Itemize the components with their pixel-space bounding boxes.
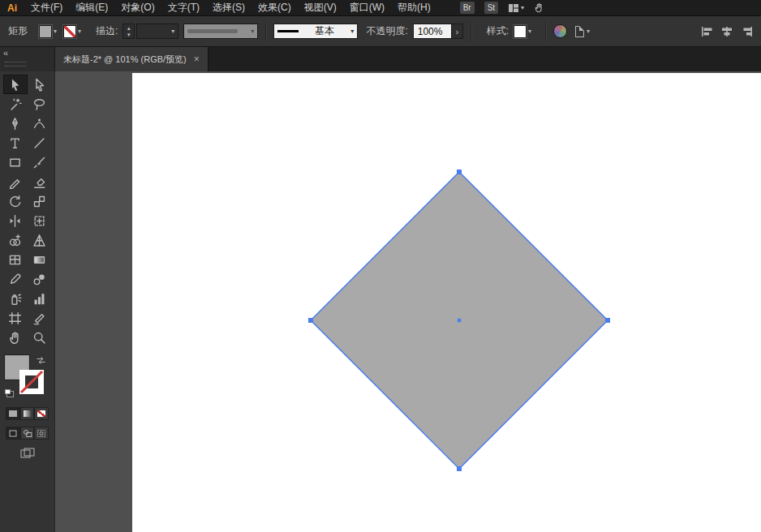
align-center-button[interactable]	[720, 26, 733, 37]
tool-grid	[3, 75, 52, 347]
color-mode-buttons	[6, 407, 49, 420]
default-fill-stroke-icon[interactable]	[5, 389, 11, 394]
curvature-tool-icon	[32, 117, 46, 131]
eyedropper-tool[interactable]	[3, 269, 28, 289]
type-tool-icon	[8, 136, 22, 150]
swap-fill-stroke-icon[interactable]	[36, 356, 46, 365]
stock-button[interactable]: St	[484, 2, 498, 14]
hand-gesture-icon	[534, 2, 544, 13]
fill-stroke-widget	[0, 354, 55, 401]
align-buttons	[701, 26, 755, 37]
anchor-point[interactable]	[457, 169, 462, 174]
type-tool[interactable]	[3, 133, 28, 152]
selection-tool[interactable]	[3, 75, 28, 94]
menu-h[interactable]: 帮助(H)	[391, 0, 437, 15]
gradient-tool[interactable]	[28, 250, 52, 269]
stroke-weight-stepper[interactable]: ▴ ▾	[123, 24, 135, 39]
width-tool[interactable]	[3, 211, 28, 230]
anchor-point[interactable]	[457, 466, 462, 471]
symbol-sprayer-tool[interactable]	[3, 289, 28, 308]
menu-f[interactable]: 文件(F)	[24, 0, 69, 15]
stepper-down-icon[interactable]: ▾	[127, 32, 131, 38]
perspective-grid-tool[interactable]	[28, 230, 52, 250]
arrange-documents-button[interactable]: ▾	[508, 3, 524, 13]
curvature-tool[interactable]	[28, 114, 52, 133]
artboard-tool[interactable]	[3, 308, 28, 328]
paintbrush-tool-icon	[32, 156, 46, 169]
lasso-tool[interactable]	[28, 94, 52, 114]
hand-tool-icon	[8, 331, 22, 345]
rotate-tool[interactable]	[3, 191, 28, 211]
screen-mode-button[interactable]	[20, 448, 35, 458]
stroke-weight-select[interactable]: ▾	[136, 24, 178, 39]
drawing-mode-buttons	[6, 427, 49, 440]
none-button[interactable]	[34, 407, 49, 420]
align-right-button[interactable]	[740, 26, 753, 37]
mesh-tool[interactable]	[3, 250, 28, 269]
style-swatch[interactable]	[514, 25, 527, 38]
stroke-none-swatch[interactable]	[63, 25, 76, 38]
zoom-tool[interactable]	[28, 328, 52, 347]
opacity-expand-button[interactable]: ›	[452, 24, 463, 39]
line-segment-tool[interactable]	[28, 133, 52, 152]
pen-tool-icon	[8, 117, 22, 131]
gradient-button[interactable]	[20, 407, 35, 420]
chevron-down-icon: ▾	[521, 5, 524, 11]
brush-definition-select[interactable]: 基本 ▾	[273, 24, 358, 39]
center-point[interactable]	[458, 319, 461, 322]
paintbrush-tool[interactable]	[28, 152, 52, 172]
slice-tool[interactable]	[28, 308, 52, 328]
menu-s[interactable]: 选择(S)	[206, 0, 252, 15]
fill-control[interactable]: ▾	[39, 25, 57, 38]
menu-e[interactable]: 编辑(E)	[69, 0, 114, 15]
anchor-point[interactable]	[605, 318, 610, 323]
hand-tool[interactable]	[3, 328, 28, 347]
pen-tool[interactable]	[3, 114, 28, 133]
document-setup-button[interactable]: ▾	[575, 26, 590, 37]
touch-workspace-button[interactable]	[534, 2, 544, 13]
shape-builder-tool[interactable]	[3, 230, 28, 250]
pencil-tool[interactable]	[3, 172, 28, 191]
recolor-artwork-button[interactable]	[553, 24, 567, 38]
scale-tool-icon	[32, 195, 46, 208]
menu-w[interactable]: 窗口(W)	[343, 0, 391, 15]
stroke-control[interactable]: ▾	[63, 25, 81, 38]
stepper-up-icon[interactable]: ▴	[127, 25, 131, 32]
separator	[471, 22, 471, 41]
document-tab[interactable]: 未标题-2* @ 101% (RGB/预览) ×	[55, 47, 209, 71]
chevron-down-icon: ▾	[54, 28, 57, 35]
stroke-color-swatch[interactable]	[19, 370, 44, 394]
shape-builder-tool-icon	[8, 234, 22, 247]
free-transform-tool[interactable]	[28, 211, 52, 230]
style-control[interactable]: ▾	[514, 25, 531, 38]
menu-o[interactable]: 对象(O)	[114, 0, 161, 15]
style-label: 样式:	[487, 24, 509, 38]
blend-tool[interactable]	[28, 269, 52, 289]
column-graph-tool[interactable]	[28, 289, 52, 308]
canvas-svg[interactable]	[55, 71, 761, 532]
menu-t[interactable]: 文字(T)	[161, 0, 206, 15]
app-logo[interactable]: Ai	[0, 0, 24, 16]
magic-wand-tool[interactable]	[3, 94, 28, 114]
color-button[interactable]	[6, 407, 20, 420]
rectangle-tool[interactable]	[3, 152, 28, 172]
draw-behind-button[interactable]	[20, 427, 35, 440]
menu-v[interactable]: 视图(V)	[298, 0, 343, 15]
draw-normal-button[interactable]	[6, 427, 20, 440]
fill-color-swatch-small[interactable]	[39, 25, 52, 38]
width-profile-preview	[187, 29, 238, 33]
tab-close-button[interactable]: ×	[194, 54, 200, 65]
canvas-area[interactable]	[55, 71, 761, 532]
collapse-panel-button[interactable]: «	[3, 48, 8, 58]
opacity-input[interactable]: 100%	[413, 24, 452, 39]
scale-tool[interactable]	[28, 191, 52, 211]
eraser-tool[interactable]	[28, 172, 52, 191]
draw-inside-button[interactable]	[34, 427, 49, 440]
chevron-down-icon: ▾	[350, 28, 354, 35]
draw-behind-icon	[23, 429, 32, 438]
align-left-button[interactable]	[701, 26, 714, 37]
menu-c[interactable]: 效果(C)	[252, 0, 298, 15]
bridge-button[interactable]: Br	[460, 2, 475, 14]
direct-selection-tool[interactable]	[28, 75, 52, 94]
anchor-point[interactable]	[308, 318, 313, 323]
